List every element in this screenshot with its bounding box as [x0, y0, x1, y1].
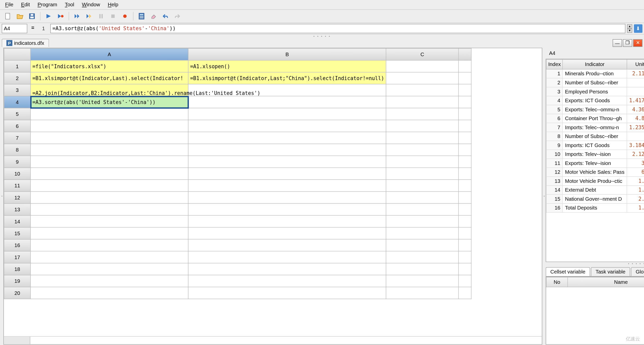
cell-B9[interactable] [188, 156, 386, 167]
menu-program[interactable]: Program [34, 1, 60, 8]
redo-button[interactable] [173, 12, 182, 21]
cell-C20[interactable] [386, 287, 459, 299]
splitter-gripper[interactable]: ••• [542, 48, 546, 345]
col-header-C[interactable]: C [386, 48, 459, 60]
result-indicator[interactable]: External Debt [563, 186, 627, 195]
cell-A3[interactable]: =A2.join(Indicator,B2:Indicator,Last:'Ch… [30, 84, 188, 96]
cell-A13[interactable] [30, 203, 188, 215]
cell-C5[interactable] [386, 108, 459, 120]
cell-B1[interactable]: =A1.xlsopen() [188, 60, 386, 72]
cell-A12[interactable] [30, 192, 188, 203]
new-file-button[interactable] [4, 12, 13, 21]
cell-B18[interactable] [188, 263, 386, 275]
cell-B11[interactable] [188, 180, 386, 191]
result-indicator[interactable]: Number of Subsc--riber [563, 132, 627, 141]
cell-A5[interactable] [30, 108, 188, 120]
var-tab[interactable]: Task variable [591, 267, 630, 276]
result-us[interactable]: 4.362049908E7 [627, 105, 644, 114]
pause-button[interactable] [96, 12, 106, 21]
row-header[interactable]: 14 [4, 215, 30, 227]
row-header[interactable]: 6 [4, 120, 30, 132]
cell-A16[interactable] [30, 239, 188, 251]
cell-B7[interactable] [188, 132, 386, 144]
result-us[interactable]: 1.2353685057E8 [627, 123, 644, 132]
cell-A15[interactable] [30, 227, 188, 239]
row-header[interactable]: 4 [4, 96, 30, 108]
cell-C18[interactable] [386, 263, 459, 275]
row-header[interactable]: 10 [4, 168, 30, 180]
cell-grid[interactable]: ABC1=file("Indicators.xlsx")=A1.xlsopen(… [4, 48, 542, 336]
cell-C11[interactable] [386, 180, 459, 191]
cell-A2[interactable]: =B1.xlsimport@t(Indicator,Last).select(I… [30, 72, 188, 84]
result-indicator[interactable]: Number of Subsc--riber [563, 78, 627, 87]
cell-A17[interactable] [30, 251, 188, 263]
row-header[interactable]: 13 [4, 203, 30, 215]
col-header-B[interactable]: B [188, 48, 386, 60]
row-header[interactable]: 12 [4, 192, 30, 203]
cell-A4[interactable]: =A3.sort@z(abs('United States'-'China')) [30, 96, 188, 108]
row-header[interactable]: 7 [4, 132, 30, 144]
cell-C10[interactable] [386, 168, 459, 180]
result-indicator[interactable]: Container Port Throu--gh [563, 114, 627, 123]
cell-A11[interactable] [30, 180, 188, 191]
result-us[interactable]: 1.55215E8 [627, 87, 644, 96]
erase-button[interactable] [149, 12, 158, 21]
cell-A18[interactable] [30, 263, 188, 275]
close-button[interactable]: ✕ [633, 39, 642, 47]
cell-C15[interactable] [386, 227, 459, 239]
formula-spinner[interactable]: ▲▼ [627, 24, 632, 33]
cell-C2[interactable] [386, 72, 459, 84]
step-into-button[interactable] [73, 12, 82, 21]
row-header[interactable]: 16 [4, 239, 30, 251]
result-us[interactable]: 3916342.14 [627, 159, 644, 168]
undo-button[interactable] [161, 12, 170, 21]
minimize-button[interactable]: — [613, 39, 622, 47]
menu-edit[interactable]: Edit [18, 1, 33, 8]
result-indicator[interactable]: Motor Vehicle Produ--ctic [563, 177, 627, 186]
result-us[interactable]: 1.4175230767E8 [627, 96, 644, 105]
cell-C3[interactable] [386, 84, 459, 96]
row-header[interactable]: 18 [4, 263, 30, 275]
col-header-A[interactable]: A [30, 48, 188, 60]
menu-file[interactable]: File [2, 1, 17, 8]
cell-B16[interactable] [188, 239, 386, 251]
cell-B4[interactable] [188, 96, 386, 108]
cell-C6[interactable] [386, 120, 459, 132]
row-header[interactable]: 5 [4, 108, 30, 120]
cell-B10[interactable] [188, 168, 386, 180]
result-us[interactable]: 1.2153E8 [627, 132, 644, 141]
variable-table[interactable]: NoNameValue [546, 277, 644, 345]
cell-C16[interactable] [386, 239, 459, 251]
cell-A10[interactable] [30, 168, 188, 180]
menu-window[interactable]: Window [79, 1, 104, 8]
cell-C7[interactable] [386, 132, 459, 144]
result-indicator[interactable]: Employed Persons [563, 87, 627, 96]
row-header[interactable]: 20 [4, 287, 30, 299]
row-header[interactable]: 19 [4, 275, 30, 287]
result-us[interactable]: 4.16684E8 [627, 78, 644, 87]
var-header[interactable]: Name [568, 277, 644, 287]
breakpoint-button[interactable] [120, 12, 130, 21]
row-header[interactable]: 2 [4, 72, 30, 84]
cell-B12[interactable] [188, 192, 386, 203]
cell-A8[interactable] [30, 144, 188, 156]
cell-C17[interactable] [386, 251, 459, 263]
result-us[interactable]: 2.118592432E9 [627, 69, 644, 78]
cell-B19[interactable] [188, 275, 386, 287]
formula-expand-button[interactable]: ⬇ [634, 24, 642, 33]
result-header[interactable]: United States [627, 59, 644, 69]
cell-C12[interactable] [386, 192, 459, 203]
cell-C4[interactable] [386, 96, 459, 108]
save-button[interactable] [27, 12, 37, 21]
result-indicator[interactable]: Exports: ICT Goods [563, 96, 627, 105]
var-header[interactable]: No [546, 277, 568, 287]
result-indicator[interactable]: Minerals Produ--ction [563, 69, 627, 78]
cell-B5[interactable] [188, 108, 386, 120]
row-header[interactable]: 3 [4, 84, 30, 96]
result-header[interactable]: Indicator [563, 59, 627, 69]
result-us[interactable]: 3.1841940344E8 [627, 141, 644, 150]
run-button[interactable] [44, 12, 53, 21]
var-tab[interactable]: Global variable [631, 267, 644, 276]
result-us[interactable]: 2.124857134E7 [627, 150, 644, 159]
result-indicator[interactable]: Exports: Telev--ision [563, 159, 627, 168]
